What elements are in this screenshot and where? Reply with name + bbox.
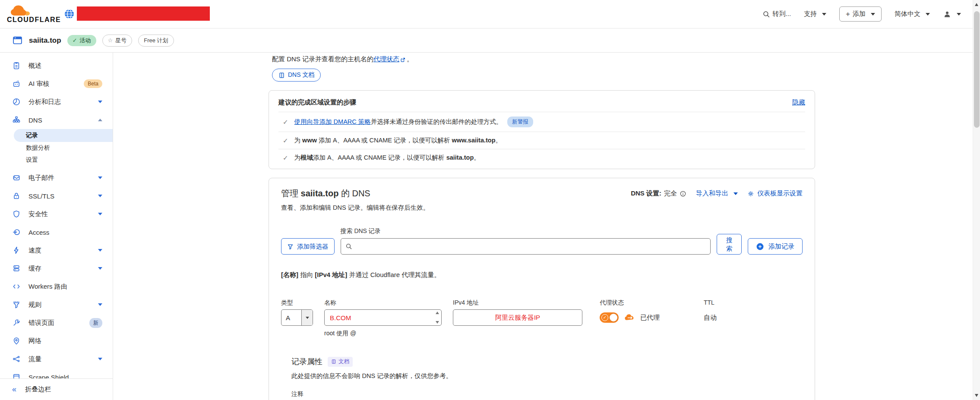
check-icon: ✓ [601, 314, 608, 321]
chevron-down-icon [98, 213, 102, 215]
sidebar-item-workers-routes[interactable]: Workers 路由 [0, 277, 113, 296]
chevron-down-icon [871, 13, 875, 16]
location-pin-icon [12, 337, 21, 345]
status-badge: ✓ 活动 [67, 35, 96, 46]
dmarc-wizard-link[interactable]: 使用向导添加 DMARC 策略 [294, 118, 371, 125]
record-type-select[interactable]: A [281, 309, 313, 326]
dns-search-field[interactable] [341, 238, 711, 255]
scroll-down-arrow-icon[interactable] [975, 394, 978, 397]
add-record-button[interactable]: 添加记录 [748, 238, 803, 255]
chevron-down-icon [957, 13, 961, 16]
import-export-menu[interactable]: 导入和导出 [696, 189, 738, 198]
external-link-icon [400, 57, 406, 63]
account-menu[interactable] [943, 10, 961, 19]
access-icon [12, 228, 21, 236]
zone-header: saiita.top ✓ 活动 ☆ 星号 Free 计划 [0, 28, 980, 53]
type-label: 类型 [281, 299, 313, 307]
plus-icon: + [846, 10, 850, 18]
robot-icon [12, 79, 21, 88]
chevron-up-icon [98, 119, 102, 121]
proxy-status-value: 已代理 [640, 314, 660, 322]
arrow-up-icon [436, 312, 439, 314]
proxy-toggle[interactable]: ✓ [600, 312, 619, 323]
support-menu[interactable]: 支持 [804, 10, 826, 18]
user-icon [943, 10, 952, 19]
share-nodes-icon [12, 355, 21, 363]
ttl-label: TTL [704, 299, 717, 307]
sidebar-item-ssl-tls[interactable]: SSL/TLS [0, 187, 113, 205]
lock-icon [12, 192, 21, 200]
dns-tree-icon [12, 116, 21, 124]
chevron-down-icon [733, 192, 738, 195]
ttl-value[interactable]: 自动 [704, 309, 717, 326]
star-button[interactable]: ☆ 星号 [102, 35, 133, 47]
search-button[interactable]: 搜索 [717, 234, 742, 255]
sidebar-item-dns[interactable]: DNS [0, 111, 113, 129]
globe-icon[interactable] [64, 9, 75, 19]
hide-link[interactable]: 隐藏 [792, 98, 805, 107]
double-chevron-left-icon: « [12, 385, 16, 394]
suggestion-row-dmarc: ✓ 使用向导添加 DMARC 策略并选择未通过身份验证的传出邮件的处理方式。 新… [278, 112, 805, 132]
sidebar-subitem-analytics[interactable]: 数据分析 [0, 142, 113, 154]
website-icon [12, 35, 23, 46]
add-label: 添加 [853, 10, 866, 18]
record-name-field [324, 309, 442, 326]
sidebar-item-ai-audit[interactable]: AI 审核 Beta [0, 75, 113, 93]
circle-plus-icon [756, 243, 764, 251]
ipv4-label: IPv4 地址 [453, 299, 582, 307]
analytics-icon [12, 98, 21, 106]
scroll-up-arrow-icon[interactable] [975, 3, 978, 6]
sidebar-item-speed[interactable]: 速度 [0, 241, 113, 259]
language-menu[interactable]: 简体中文 [895, 10, 930, 18]
wrench-icon [12, 318, 21, 327]
dashboard-display-settings-link[interactable]: 仪表板显示设置 [747, 189, 803, 198]
record-hint: [名称] 指向 [IPv4 地址] 并通过 Cloudflare 代理其流量。 [281, 271, 803, 279]
sidebar-item-analytics-logs[interactable]: 分析和日志 [0, 93, 113, 111]
scrollbar-thumb[interactable] [974, 11, 980, 128]
sidebar-item-security[interactable]: 安全性 [0, 205, 113, 223]
sidebar-item-error-pages[interactable]: 错误页面 新 [0, 314, 113, 332]
beta-badge: Beta [84, 79, 102, 88]
dns-intro-text: 配置 DNS 记录并查看您的主机名的代理状态。 [272, 55, 815, 63]
sidebar-item-cache[interactable]: 缓存 [0, 259, 113, 277]
dns-card-subtitle: 查看、添加和编辑 DNS 记录。编辑将在保存后生效。 [281, 204, 429, 212]
sidebar-item-access[interactable]: Access [0, 223, 113, 241]
select-arrow[interactable] [301, 310, 313, 325]
sidebar-item-traffic[interactable]: 流量 [0, 350, 113, 368]
attributes-docs-badge[interactable]: 文档 [328, 357, 353, 367]
add-filter-button[interactable]: 添加筛选器 [281, 238, 335, 255]
sidebar-item-overview[interactable]: 概述 [0, 57, 113, 75]
name-label: 名称 [324, 299, 442, 307]
sidebar-item-email[interactable]: 电子邮件 [0, 169, 113, 187]
lightning-icon [12, 246, 21, 255]
sidebar-subitem-records[interactable]: 记录 [14, 129, 113, 142]
sidebar-subitem-settings[interactable]: 设置 [0, 154, 113, 166]
dns-settings-status: DNS 设置: 完全 [631, 189, 686, 198]
check-icon: ✓ [283, 154, 288, 162]
cloudflare-logo-text: CLOUDFLARE [7, 16, 61, 23]
clipboard-icon [12, 61, 21, 70]
page-scrollbar[interactable] [973, 0, 980, 400]
chevron-down-icon [926, 13, 930, 16]
dns-docs-button[interactable]: DNS 文档 [272, 69, 321, 82]
gear-icon [747, 190, 754, 197]
record-name-input[interactable] [324, 309, 442, 326]
plan-badge[interactable]: Free 计划 [138, 35, 174, 47]
toggle-knob [610, 314, 617, 321]
sidebar-item-rules[interactable]: 规则 [0, 296, 113, 314]
proxy-status-link[interactable]: 代理状态 [373, 55, 399, 63]
dns-search-input[interactable] [356, 243, 706, 250]
add-menu-button[interactable]: + 添加 [839, 6, 882, 22]
info-icon[interactable] [680, 190, 686, 197]
shield-icon [12, 210, 21, 218]
setup-suggestions-card: 建议的完成区域设置的步骤 隐藏 ✓ 使用向导添加 DMARC 策略并选择未通过身… [269, 90, 815, 169]
ipv4-address-input[interactable] [453, 309, 582, 326]
chevron-down-icon [98, 195, 102, 197]
chevron-down-icon [822, 13, 826, 16]
stepper-arrows[interactable] [436, 312, 439, 324]
check-icon: ✓ [283, 118, 288, 126]
collapse-sidebar-button[interactable]: « 折叠边栏 [0, 378, 113, 400]
sidebar-item-network[interactable]: 网络 [0, 332, 113, 350]
cloudflare-logo[interactable]: CLOUDFLARE [7, 5, 50, 23]
goto-search[interactable]: 转到... [762, 10, 791, 18]
